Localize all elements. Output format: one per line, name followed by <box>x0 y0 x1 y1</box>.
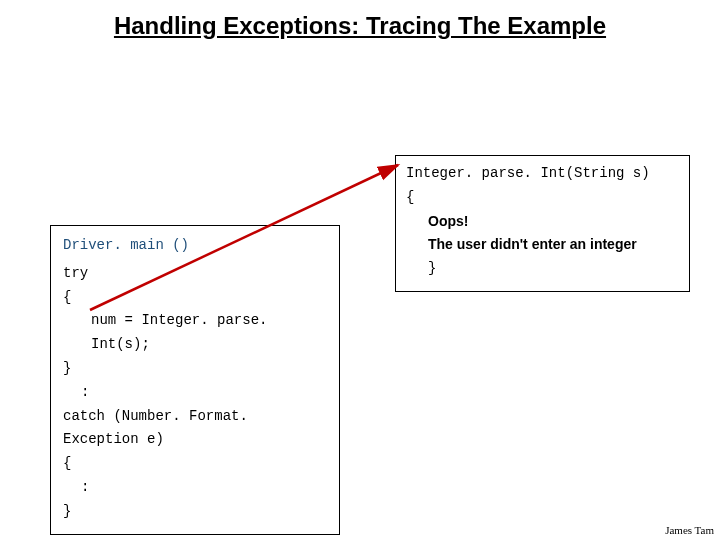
code-line: : <box>63 476 327 500</box>
callee-open-brace: { <box>406 186 681 210</box>
caller-code-box: Driver. main () try { num = Integer. par… <box>50 225 340 535</box>
code-line: catch (Number. Format. Exception e) <box>63 405 327 453</box>
slide-title: Handling Exceptions: Tracing The Example <box>0 12 720 40</box>
callee-signature: Integer. parse. Int(String s) <box>406 162 681 186</box>
code-line: try <box>63 262 327 286</box>
caller-header: Driver. main () <box>63 234 327 258</box>
callee-code-box: Integer. parse. Int(String s) { Oops! Th… <box>395 155 690 292</box>
oops-annotation: Oops! <box>406 210 681 234</box>
code-line: } <box>63 500 327 524</box>
code-line: { <box>63 452 327 476</box>
code-line: : <box>63 381 327 405</box>
author-footer: James Tam <box>665 524 714 536</box>
code-line-call: num = Integer. parse. Int(s); <box>63 309 327 357</box>
callee-close-brace: } <box>406 257 681 281</box>
code-line: { <box>63 286 327 310</box>
error-message-annotation: The user didn't enter an integer <box>406 233 681 257</box>
code-line: } <box>63 357 327 381</box>
